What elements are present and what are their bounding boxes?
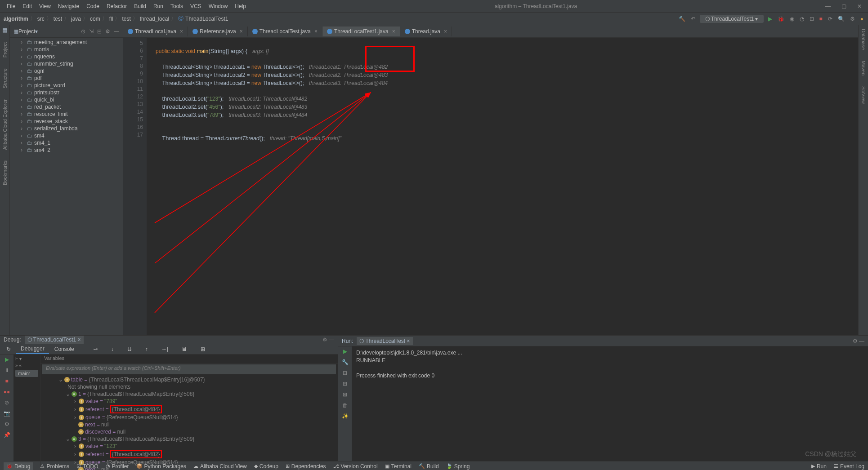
tree-item[interactable]: ›🗀nummber_string (10, 60, 123, 67)
expand-icon[interactable]: ⇲ (89, 28, 94, 35)
hide-icon[interactable]: — (114, 28, 119, 35)
menu-code[interactable]: Code (83, 2, 103, 11)
debug-tool-tab[interactable]: 🐞 Debug (4, 462, 33, 470)
close-icon[interactable]: × (444, 28, 447, 35)
alibaba-cloud-tab[interactable]: ☁ Alibaba Cloud View (193, 463, 247, 470)
console-tab[interactable]: Console (50, 345, 79, 354)
camera-icon[interactable]: 📷 (4, 410, 10, 417)
stacktrace-icon[interactable]: ⊟ (343, 370, 347, 376)
breadcrumb-item[interactable]: test (122, 16, 130, 22)
project-tree[interactable]: ›🗀meeting_arrangement ›🗀morris ›🗀nqueens… (10, 38, 123, 335)
dependencies-tab[interactable]: ⊞ Dependencies (286, 463, 326, 470)
editor-tab[interactable]: ThreadLocal.java× (123, 27, 188, 36)
profiler-tab[interactable]: ◔ Profiler (106, 463, 129, 470)
rerun-icon[interactable]: ▶ (343, 348, 347, 355)
code-content[interactable]: public static void main(String[] args) {… (147, 38, 858, 335)
trash-icon[interactable]: 🗑 (342, 402, 348, 408)
menu-build[interactable]: Build (131, 2, 149, 11)
step-over-icon[interactable]: ⤻ (89, 345, 102, 354)
structure-tab[interactable]: Structure (1, 67, 9, 90)
profile-icon[interactable]: ◔ (799, 15, 805, 23)
tree-item[interactable]: ›🗀sm4_1 (10, 139, 123, 146)
mute-icon[interactable]: ⊘ (4, 399, 9, 406)
breadcrumb-item[interactable]: test (54, 16, 62, 22)
menu-edit[interactable]: Edit (19, 2, 35, 11)
codeup-tab[interactable]: ◆ Codeup (254, 463, 278, 470)
step-out-icon[interactable]: ↑ (141, 345, 152, 354)
tree-item[interactable]: ›🗀quick_bi (10, 96, 123, 103)
gear-icon[interactable]: ⚙ (105, 28, 110, 35)
menu-run[interactable]: Run (150, 2, 166, 11)
editor-tab[interactable]: Reference.java× (188, 27, 248, 36)
problems-tab[interactable]: ⚠ Problems (40, 463, 69, 470)
terminal-tab[interactable]: ▣ Terminal (385, 463, 412, 470)
spring-tab[interactable]: 🍃 Spring (446, 463, 470, 470)
stop-icon[interactable]: ■ (5, 378, 8, 384)
tree-item[interactable]: ›🗀printsubstr (10, 89, 123, 96)
close-icon[interactable]: × (240, 28, 243, 35)
breadcrumb-item[interactable]: fll (109, 16, 113, 22)
menu-file[interactable]: File (4, 2, 18, 11)
pin-icon[interactable]: 📌 (4, 432, 10, 438)
gear-icon[interactable]: ⚙ — (853, 338, 864, 344)
debug-session-tab[interactable]: ⬡ ThreadLocalTest1 × (25, 336, 84, 344)
tree-item[interactable]: ›🗀resource_limit (10, 111, 123, 118)
tree-item[interactable]: ›🗀morris (10, 46, 123, 53)
run-tool-tab[interactable]: ▶ Run (811, 463, 827, 470)
menu-tools[interactable]: Tools (167, 2, 186, 11)
minimize-button[interactable]: — (823, 2, 833, 10)
breadcrumb-item[interactable]: com (90, 16, 100, 22)
tree-item[interactable]: ›🗀meeting_arrangement (10, 39, 123, 46)
run-to-cursor-icon[interactable]: →| (157, 345, 173, 354)
step-into-icon[interactable]: ↓ (107, 345, 118, 354)
tree-item[interactable]: ›🗀nqueens (10, 53, 123, 60)
breakpoints-icon[interactable]: ●● (4, 389, 10, 395)
menu-refactor[interactable]: Refactor (103, 2, 130, 11)
breadcrumb-file[interactable]: ThreadLocalTest1 (185, 16, 228, 22)
back-icon[interactable]: ↶ (690, 15, 696, 23)
wrench-icon[interactable]: 🔧 (342, 359, 349, 365)
tree-item[interactable]: ›🗀sm4 (10, 132, 123, 139)
version-control-tab[interactable]: ⎇ Version Control (333, 463, 378, 470)
menu-vcs[interactable]: VCS (187, 2, 205, 11)
attach-icon[interactable]: ⊡ (809, 15, 815, 23)
breadcrumb-item[interactable]: java (71, 16, 81, 22)
select-opened-icon[interactable]: ⊙ (81, 28, 85, 35)
maven-tab[interactable]: Maven (860, 59, 867, 77)
maximize-button[interactable]: ▢ (839, 2, 849, 10)
trace-icon[interactable]: ⊞ (196, 345, 210, 354)
frames-panel[interactable]: F ▾ » « main: (13, 355, 40, 470)
avatar-icon[interactable]: ● (859, 15, 864, 23)
evaluate-input[interactable]: Evaluate expression (Enter) or add a wat… (42, 364, 336, 374)
resume-icon[interactable]: ▶ (5, 356, 9, 363)
sciview-tab[interactable]: SciView (860, 84, 867, 106)
force-step-icon[interactable]: ⇊ (123, 345, 136, 354)
tree-item[interactable]: ›🗀sm4_2 (10, 146, 123, 154)
breadcrumb-item[interactable]: src (37, 16, 45, 22)
close-icon[interactable]: × (392, 28, 395, 35)
breadcrumb-root[interactable]: algorithm (4, 16, 28, 22)
alibaba-tab[interactable]: Alibaba Cloud Explorer (1, 98, 9, 152)
python-packages-tab[interactable]: 📦 Python Packages (136, 463, 186, 470)
tree-item[interactable]: ›🗀reverse_stack (10, 118, 123, 125)
bookmarks-tab[interactable]: Bookmarks (1, 159, 9, 187)
update-icon[interactable]: ⟳ (827, 15, 833, 23)
frame-item[interactable]: main: (15, 370, 38, 377)
hammer-icon[interactable]: 🔨 (678, 15, 686, 23)
code-editor[interactable]: 567891011121314151617 public static void… (123, 38, 858, 335)
pause-icon[interactable]: ⏸ (4, 367, 9, 373)
project-tab[interactable]: Project (1, 40, 9, 59)
filter-icon[interactable]: ⊞ (343, 381, 347, 387)
evaluate-icon[interactable]: 🖩 (177, 345, 192, 354)
sidebar-icon[interactable]: ▦ (2, 27, 7, 33)
database-tab[interactable]: Database (860, 27, 867, 52)
tree-item[interactable]: ›🗀serialized_lambda (10, 125, 123, 132)
run-button[interactable]: ▶ (767, 15, 773, 23)
rerun-icon[interactable]: ↻ (2, 345, 15, 354)
editor-tab-active[interactable]: ThreadLocalTest1.java× (322, 27, 400, 36)
tree-item[interactable]: ›🗀picture_word (10, 82, 123, 89)
run-session-tab[interactable]: ⬡ ThreadLocalTest × (357, 337, 412, 345)
console-output[interactable]: D:\developtools\jdk1.8.0_281\bin\java.ex… (352, 346, 868, 461)
build-tab[interactable]: 🔨 Build (419, 463, 439, 470)
editor-tab[interactable]: Thread.java× (400, 27, 452, 36)
